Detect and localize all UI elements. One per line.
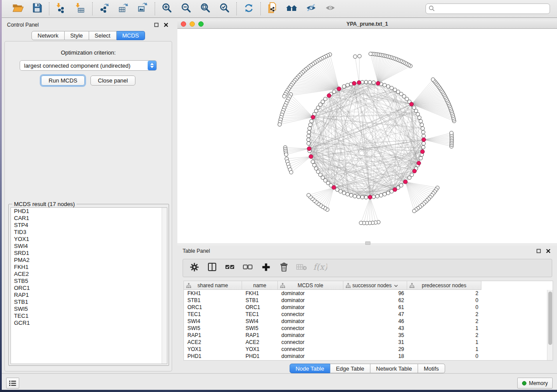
network-titlebar: YPA_prune.txt_1 (177, 20, 557, 29)
splitter-grip[interactable] (365, 241, 370, 245)
table-row[interactable]: RAP1RAP1dominator352 (184, 332, 553, 339)
cell-successor-nodes: 31 (343, 339, 407, 346)
clone-network-button[interactable] (266, 2, 279, 15)
export-network-icon (99, 3, 110, 15)
cell-successor-nodes: 47 (343, 311, 407, 318)
table-row[interactable]: YOX1YOX1connector291 (184, 346, 553, 353)
mcds-node-item[interactable]: STP4 (11, 222, 167, 229)
toolbar-group (155, 2, 236, 15)
select-all-button[interactable] (225, 263, 235, 273)
network-canvas[interactable] (177, 29, 557, 243)
org-chart-icon (346, 283, 351, 288)
tab-node-table[interactable]: Node Table (289, 364, 330, 373)
mcds-node-item[interactable]: GCR1 (11, 320, 167, 327)
mcds-node-item[interactable]: STB1 (11, 299, 167, 306)
zoom-selected-button[interactable] (218, 2, 231, 15)
refresh-view-button[interactable] (242, 2, 255, 15)
column-header-shared-name[interactable]: shared name (184, 281, 242, 290)
tab-motifs[interactable]: Motifs (418, 364, 445, 373)
optimization-select-value: largest connected component (undirected) (20, 62, 148, 69)
column-header-MCDS-role[interactable]: MCDS role (278, 281, 343, 290)
mcds-node-item[interactable]: STB5 (11, 278, 167, 285)
table-row[interactable]: PHD1PHD1dominator180 (184, 353, 553, 360)
import-table-button[interactable] (74, 2, 87, 15)
mcds-node-item[interactable]: CAR1 (11, 215, 167, 222)
import-network-icon (56, 3, 66, 15)
run-mcds-button[interactable]: Run MCDS (41, 76, 85, 86)
open-file-icon (12, 3, 24, 15)
zoom-in-icon (162, 3, 173, 15)
optimization-select[interactable]: largest connected component (undirected) (20, 60, 157, 71)
mcds-node-item[interactable]: PHD1 (11, 208, 167, 215)
add-row-button[interactable] (261, 263, 271, 273)
zoom-in-button[interactable] (160, 2, 173, 15)
memory-button[interactable]: Memory (517, 378, 553, 389)
mcds-list-scrollbar[interactable] (162, 208, 167, 364)
mcds-node-item[interactable]: ORC1 (11, 285, 167, 292)
zoom-fit-button[interactable] (199, 2, 212, 15)
save-session-button[interactable] (31, 2, 44, 15)
mcds-node-item[interactable]: SRD1 (11, 250, 167, 257)
task-history-button[interactable] (6, 378, 19, 389)
table-row[interactable]: SWI5SWI5connector431 (184, 325, 553, 332)
open-file-button[interactable] (11, 2, 24, 15)
table-scrollbar-thumb[interactable] (548, 292, 552, 345)
column-header-predecessor-nodes[interactable]: predecessor nodes (407, 281, 481, 290)
delete-row-button[interactable] (279, 263, 289, 273)
columns-button[interactable] (207, 263, 218, 273)
float-table-panel-icon[interactable] (535, 248, 542, 254)
mcds-node-item[interactable]: RAP1 (11, 292, 167, 299)
svg-text:f(x): f(x) (313, 262, 327, 272)
mcds-node-item[interactable]: FKH1 (11, 264, 167, 271)
table-scrollbar[interactable] (547, 290, 553, 360)
cell-successor-nodes: 29 (343, 346, 407, 353)
clone-network-icon (267, 2, 278, 15)
zoom-out-button[interactable] (180, 2, 193, 15)
cell-predecessor-nodes: 1 (407, 339, 481, 346)
export-image-button[interactable] (136, 2, 149, 15)
table-row[interactable]: ACE2ACE2connector311 (184, 339, 553, 346)
import-network-button[interactable] (55, 2, 68, 15)
delete-table-icon (296, 263, 308, 273)
mcds-node-item[interactable]: SWI4 (11, 243, 167, 250)
mcds-node-item[interactable]: SWI5 (11, 306, 167, 313)
tab-network[interactable]: Network (31, 31, 65, 40)
mcds-node-item[interactable]: TEC1 (11, 313, 167, 320)
tab-mcds[interactable]: MCDS (117, 31, 145, 40)
export-table-icon (118, 3, 129, 15)
mcds-node-item[interactable]: TID3 (11, 229, 167, 236)
export-table-button[interactable] (117, 2, 130, 15)
mcds-node-item[interactable]: YOX1 (11, 236, 167, 243)
table-row[interactable]: FKH1FKH1dominator962 (184, 290, 553, 297)
settings-button[interactable] (189, 263, 200, 273)
column-header-successor-nodes[interactable]: successor nodes (343, 281, 407, 290)
mcds-node-item[interactable]: PMA2 (11, 257, 167, 264)
desktop-wallpaper-bottom (0, 390, 557, 392)
delete-row-icon (280, 262, 288, 274)
tab-edge-table[interactable]: Edge Table (330, 364, 370, 373)
cell-MCDS-role: connector (278, 311, 343, 318)
search-input[interactable] (426, 3, 550, 14)
tab-select[interactable]: Select (89, 31, 117, 40)
table-row[interactable]: ORC1ORC1dominator610 (184, 304, 553, 311)
tab-network-table[interactable]: Network Table (370, 364, 418, 373)
import-table-icon (75, 3, 86, 15)
cell-shared-name: STB1 (184, 297, 242, 304)
first-neighbors-button[interactable] (285, 2, 298, 15)
table-row[interactable]: TEC1TEC1connector472 (184, 311, 553, 318)
table-row[interactable]: SWI4SWI4dominator462 (184, 318, 553, 325)
tab-style[interactable]: Style (65, 31, 89, 40)
deselect-all-button[interactable] (243, 263, 253, 273)
close-panel-icon[interactable] (163, 21, 170, 28)
table-body: FKH1FKH1dominator962STB1STB1dominator620… (184, 290, 553, 360)
float-panel-icon[interactable] (153, 21, 160, 28)
show-all-button[interactable] (324, 2, 337, 15)
hide-selected-button[interactable] (304, 2, 318, 15)
column-header-name[interactable]: name (242, 281, 278, 290)
mcds-node-item[interactable]: ACE2 (11, 271, 167, 278)
export-network-button[interactable] (98, 2, 111, 15)
cell-MCDS-role: connector (278, 346, 343, 353)
table-row[interactable]: STB1STB1dominator620 (184, 297, 553, 304)
close-table-panel-icon[interactable] (545, 248, 552, 254)
close-panel-button[interactable]: Close panel (90, 76, 135, 86)
